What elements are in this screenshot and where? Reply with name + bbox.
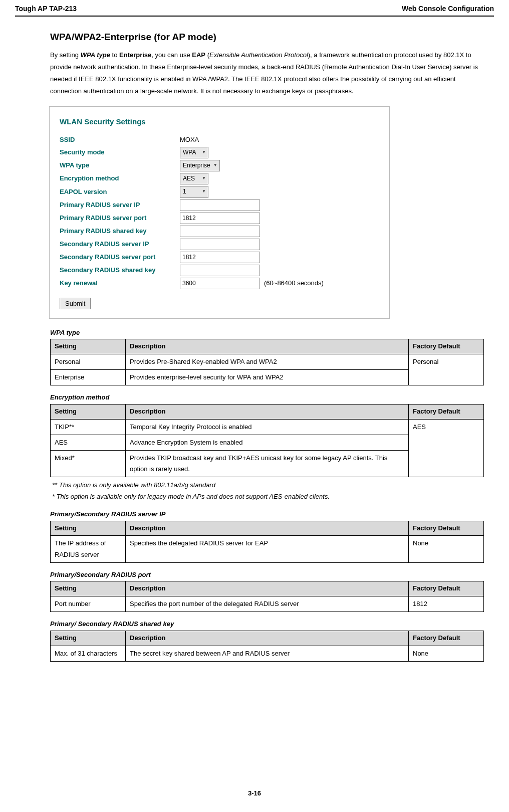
form-label: Security mode (60, 147, 180, 158)
table-caption: Encryption method (50, 392, 484, 403)
text-input[interactable] (180, 213, 260, 224)
table-caption: Primary/Secondary RADIUS server IP (50, 509, 484, 520)
form-label: Key renewal (60, 278, 180, 289)
panel-title: WLAN Security Settings (60, 116, 379, 128)
header-left: Tough AP TAP-213 (15, 3, 77, 14)
table-cell: TKIP** (51, 419, 126, 435)
section-title: WPA/WPA2-Enterprise (for AP mode) (50, 30, 484, 45)
form-row: SSIDMOXA (60, 135, 379, 145)
table-header: Factory Default (409, 404, 484, 420)
form-value: Enterprise (180, 160, 379, 171)
form-row: EAPOL version1 (60, 186, 379, 197)
form-row: Primary RADIUS server port (60, 213, 379, 224)
table-header: Setting (51, 404, 126, 420)
form-value (180, 226, 379, 237)
header-right: Web Console Configuration (402, 3, 494, 14)
form-value: MOXA (180, 135, 379, 145)
text-input[interactable] (180, 265, 260, 276)
table-header: Factory Default (409, 339, 484, 354)
static-value: MOXA (180, 135, 199, 145)
form-label: Secondary RADIUS server IP (60, 239, 180, 250)
table-default-cell: None (409, 646, 484, 661)
table-header: Factory Default (409, 581, 484, 596)
input-suffix: (60~86400 seconds) (264, 278, 324, 289)
form-value: WPA (180, 147, 379, 158)
table-cell: Enterprise (51, 370, 126, 385)
dropdown[interactable]: WPA (180, 147, 208, 158)
form-value: (60~86400 seconds) (180, 278, 379, 289)
intro-paragraph: By setting WPA type to Enterprise, you c… (50, 49, 484, 97)
table-row: Port numberSpecifies the port number of … (51, 596, 484, 612)
table-cell: Advance Encryption System is enabled (126, 435, 409, 450)
form-row: Encryption methodAES (60, 173, 379, 184)
table-header: Description (126, 581, 409, 596)
table-header: Description (126, 339, 409, 354)
form-label: Secondary RADIUS shared key (60, 265, 180, 276)
table-cell: Max. of 31 characters (51, 646, 126, 661)
form-row: WPA typeEnterprise (60, 160, 379, 171)
table-header: Factory Default (409, 521, 484, 536)
form-value (180, 265, 379, 276)
page-number: 3-16 (15, 788, 494, 799)
form-label: WPA type (60, 160, 180, 171)
form-row: Primary RADIUS shared key (60, 226, 379, 237)
table-row: Max. of 31 charactersThe secret key shar… (51, 646, 484, 661)
spec-table: SettingDescriptionFactory DefaultPersona… (50, 339, 484, 385)
form-row: Primary RADIUS server IP (60, 199, 379, 211)
table-header: Description (126, 521, 409, 536)
form-row: Secondary RADIUS server port (60, 252, 379, 263)
table-footnote: ** This option is only available with 80… (52, 480, 484, 491)
form-value (180, 199, 379, 211)
table-header: Setting (51, 339, 126, 354)
table-cell: Specifies the delegated RADIUS server fo… (126, 536, 409, 562)
page-header: Tough AP TAP-213 Web Console Configurati… (15, 0, 494, 17)
form-row: Security modeWPA (60, 147, 379, 158)
table-caption: Primary/Secondary RADIUS port (50, 570, 484, 580)
form-row: Key renewal(60~86400 seconds) (60, 278, 379, 289)
table-cell: Provides Pre-Shared Key-enabled WPA and … (126, 354, 409, 370)
form-value (180, 239, 379, 250)
text-input[interactable] (180, 239, 260, 250)
form-value (180, 213, 379, 224)
form-value: 1 (180, 186, 379, 197)
dropdown[interactable]: 1 (180, 186, 208, 197)
dropdown[interactable]: AES (180, 173, 208, 184)
form-label: SSID (60, 135, 180, 145)
table-header: Description (126, 631, 409, 646)
table-cell: Personal (51, 354, 126, 370)
table-header: Setting (51, 631, 126, 646)
form-value (180, 252, 379, 263)
spec-table: SettingDescriptionFactory DefaultThe IP … (50, 521, 484, 563)
text-input[interactable] (180, 199, 260, 211)
table-cell: Provides TKIP broadcast key and TKIP+AES… (126, 451, 409, 477)
form-label: Secondary RADIUS server port (60, 252, 180, 263)
spec-table: SettingDescriptionFactory DefaultTKIP**T… (50, 404, 484, 477)
form-row: Secondary RADIUS server IP (60, 239, 379, 250)
spec-table: SettingDescriptionFactory DefaultMax. of… (50, 631, 484, 662)
table-footnote: * This option is available only for lega… (52, 492, 484, 502)
form-label: Primary RADIUS server IP (60, 200, 180, 211)
form-label: EAPOL version (60, 187, 180, 197)
text-input[interactable] (180, 252, 260, 263)
table-cell: The IP address of RADIUS server (51, 536, 126, 562)
wlan-security-settings-panel: WLAN Security Settings SSIDMOXASecurity … (49, 106, 390, 319)
table-default-cell: 1812 (409, 596, 484, 612)
table-cell: Mixed* (51, 451, 126, 477)
form-label: Primary RADIUS shared key (60, 226, 180, 237)
table-row: The IP address of RADIUS serverSpecifies… (51, 536, 484, 562)
form-row: Secondary RADIUS shared key (60, 265, 379, 276)
table-header: Factory Default (409, 631, 484, 646)
submit-button[interactable]: Submit (60, 298, 91, 309)
text-input[interactable] (180, 226, 260, 237)
dropdown[interactable]: Enterprise (180, 160, 220, 171)
table-row: TKIP**Temporal Key Integrity Protocol is… (51, 419, 484, 435)
table-default-cell: None (409, 536, 484, 562)
spec-table: SettingDescriptionFactory DefaultPort nu… (50, 581, 484, 612)
table-caption: Primary/ Secondary RADIUS shared key (50, 619, 484, 630)
table-cell: Temporal Key Integrity Protocol is enabl… (126, 419, 409, 435)
text-input[interactable] (180, 278, 260, 289)
form-value: AES (180, 173, 379, 184)
table-cell: Port number (51, 596, 126, 612)
table-caption: WPA type (50, 328, 484, 338)
form-label: Encryption method (60, 173, 180, 184)
